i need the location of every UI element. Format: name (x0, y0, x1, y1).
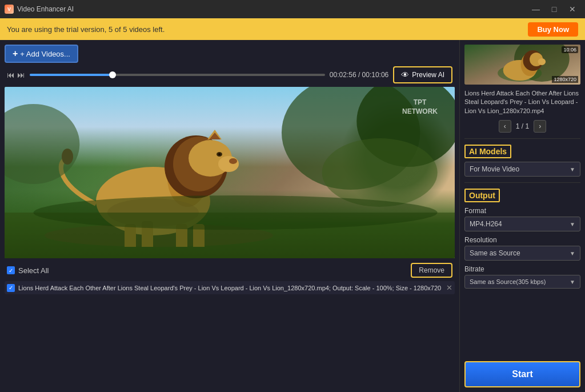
file-checkbox[interactable] (7, 284, 15, 292)
video-thumbnail-bg (5, 87, 455, 258)
start-button[interactable]: Start (464, 361, 580, 387)
resolution-label: Resolution (464, 236, 580, 244)
dropdown-arrow-resolution: ▼ (570, 250, 575, 257)
minimize-button[interactable]: — (528, 3, 544, 15)
video-frame: TPT NETWORK (5, 87, 455, 258)
svg-point-31 (538, 58, 546, 65)
maximize-button[interactable]: □ (546, 3, 562, 15)
dropdown-arrow-ai: ▼ (570, 166, 575, 173)
preview-ai-button[interactable]: 👁 Preview AI (393, 66, 452, 83)
bitrate-label: Bitrate (464, 265, 580, 273)
output-section: Output Format MP4.H264 ▼ Resolution Same… (464, 189, 580, 289)
ai-model-value: For Movie Video (470, 165, 519, 173)
buy-now-button[interactable]: Buy Now (528, 22, 578, 37)
title-bar: V Video Enhancer AI — □ ✕ (0, 0, 585, 18)
watermark-line1: TPT (402, 98, 438, 107)
seek-handle[interactable] (109, 71, 116, 78)
next-button[interactable]: ⏭ (17, 70, 25, 79)
resolution-dropdown[interactable]: Same as Source ▼ (464, 246, 580, 261)
app-title: Video Enhancer AI (17, 5, 74, 13)
seek-bar-row: ⏮ ⏭ 00:02:56 / 00:10:06 👁 Preview AI (5, 66, 455, 83)
right-panel: 10:06 1280x720 Lions Herd Attack Each Ot… (459, 40, 585, 392)
trial-banner: You are using the trial version, 5 of 5 … (0, 18, 585, 40)
ai-models-section: AI Models For Movie Video ▼ (464, 145, 580, 177)
main-content: + + Add Videos... ⏮ ⏭ 00:02:56 / 00:10:0… (0, 40, 585, 392)
preview-ai-label: Preview AI (412, 71, 444, 79)
resolution-value: Same as Source (470, 249, 520, 257)
prev-page-button[interactable]: ‹ (499, 120, 511, 133)
add-videos-button[interactable]: + + Add Videos... (5, 45, 78, 63)
close-button[interactable]: ✕ (564, 3, 580, 15)
svg-point-21 (322, 138, 438, 207)
next-page-button[interactable]: › (534, 120, 546, 133)
select-all-row: Select All Remove (5, 262, 455, 279)
divider-2 (464, 182, 580, 183)
list-area: Select All Remove Lions Herd Attack Each… (5, 262, 455, 387)
seek-progress (30, 74, 113, 76)
window-controls: — □ ✕ (528, 3, 580, 15)
add-videos-label: + Add Videos... (20, 50, 70, 58)
trial-message: You are using the trial version, 5 of 5 … (7, 25, 522, 34)
ai-models-header: AI Models (464, 145, 511, 158)
left-panel: + + Add Videos... ⏮ ⏭ 00:02:56 / 00:10:0… (0, 40, 459, 392)
prev-button[interactable]: ⏮ (7, 70, 15, 79)
app-icon: V (5, 5, 14, 14)
output-header: Output (464, 189, 500, 202)
svg-point-20 (5, 104, 79, 184)
dropdown-arrow-bitrate: ▼ (570, 279, 575, 285)
svg-point-23 (34, 195, 438, 230)
ai-model-dropdown[interactable]: For Movie Video ▼ (464, 162, 580, 177)
file-close-icon[interactable]: ✕ (446, 283, 452, 292)
title-bar-left: V Video Enhancer AI (5, 5, 74, 14)
format-dropdown[interactable]: MP4.H264 ▼ (464, 217, 580, 231)
eye-icon: 👁 (401, 70, 409, 79)
bitrate-dropdown[interactable]: Same as Source(305 kbps) ▼ (464, 275, 580, 289)
select-all-checkbox[interactable] (7, 266, 15, 274)
seek-controls: ⏮ ⏭ (7, 70, 25, 79)
select-all-label[interactable]: Select All (7, 266, 49, 275)
thumbnail-panel: 10:06 1280x720 (464, 45, 580, 85)
toolbar: + + Add Videos... (5, 45, 455, 63)
background-foliage (5, 87, 455, 258)
page-info: 1 / 1 (516, 122, 529, 130)
plus-icon: + (13, 49, 18, 59)
video-watermark: TPT NETWORK (402, 98, 438, 116)
thumb-source: 1280x720 (552, 76, 578, 83)
bitrate-value: Same as Source(305 kbps) (470, 278, 546, 285)
list-item: Lions Herd Attack Each Other After Lions… (5, 281, 455, 294)
watermark-line2: NETWORK (402, 107, 438, 117)
thumb-duration: 10:06 (562, 46, 578, 53)
dropdown-arrow-format: ▼ (570, 221, 575, 227)
file-name: Lions Herd Attack Each Other After Lions… (18, 285, 443, 291)
format-label: Format (464, 207, 580, 215)
pagination: ‹ 1 / 1 › (464, 120, 580, 133)
time-display: 00:02:56 / 00:10:06 (330, 71, 388, 79)
divider-1 (464, 138, 580, 139)
video-title: Lions Herd Attack Each Other After Lions… (464, 89, 580, 115)
seek-bar[interactable] (30, 74, 325, 76)
remove-button[interactable]: Remove (411, 263, 452, 278)
select-all-text: Select All (18, 266, 49, 275)
format-value: MP4.H264 (470, 220, 502, 228)
